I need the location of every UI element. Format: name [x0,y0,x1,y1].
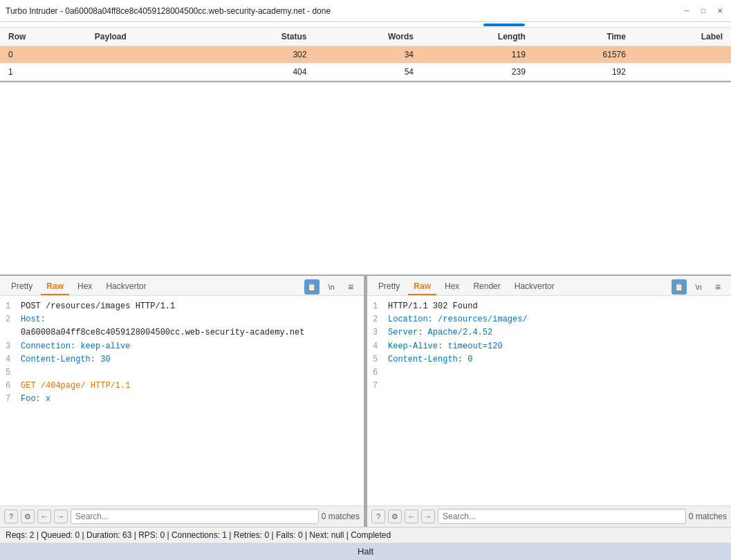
code-line: 0a60008a04ff8ce8c4059128004500cc.web-sec… [6,326,358,339]
minimize-button[interactable]: ─ [681,6,692,17]
right-tab-render[interactable]: Render [468,279,506,295]
line-text: Keep-Alive: timeout=120 [388,340,503,353]
table-header-row: Row Payload Status Words Length Time Lab… [0,28,731,46]
cell-payload [86,64,209,81]
left-search-input[interactable] [71,509,319,524]
right-nl-icon[interactable]: \n [691,279,706,295]
line-number: 3 [373,326,382,339]
left-tab-raw[interactable]: Raw [41,279,69,295]
line-number: 7 [373,380,382,393]
left-tab-pretty[interactable]: Pretty [6,279,38,295]
line-number: 1 [6,300,15,313]
table-row[interactable]: 140454239192 [0,64,731,81]
cell-row: 1 [0,64,86,81]
line-number: 4 [6,353,15,366]
code-line: 6GET /404page/ HTTP/1.1 [6,380,358,393]
left-panel: Pretty Raw Hex Hackvertor 📋 \n ≡ 1POST /… [0,276,364,527]
code-line: 7 [373,380,725,393]
right-panel-tab-actions: 📋 \n ≡ [672,279,725,295]
left-menu-icon[interactable]: ≡ [343,279,358,295]
left-panel-tabs: Pretty Raw Hex Hackvertor 📋 \n ≡ [0,276,364,296]
maximize-button[interactable]: □ [698,6,709,17]
right-search-back[interactable]: ← [405,510,418,523]
halt-button[interactable]: Halt [0,543,731,560]
cell-row: 0 [0,46,86,64]
line-text: POST /resources/images HTTP/1.1 [21,300,175,313]
left-copy-icon[interactable]: 📋 [304,279,320,295]
right-panel-content: 1HTTP/1.1 302 Found2Location: /resources… [367,296,731,505]
cell-time: 61576 [534,46,634,64]
results-spacer [0,82,731,276]
line-number: 6 [6,380,15,393]
cell-status: 404 [209,64,315,81]
code-line: 1HTTP/1.1 302 Found [373,300,725,313]
right-panel-search: ? ⚙ ← → 0 matches [367,505,731,527]
code-line: 2Location: /resources/images/ [373,313,725,326]
cell-words: 34 [315,46,422,64]
right-tab-pretty[interactable]: Pretty [373,279,405,295]
code-line: 4Keep-Alive: timeout=120 [373,340,725,353]
left-nl-icon[interactable]: \n [324,279,339,295]
cell-label [634,46,731,64]
code-line: 5Content-Length: 0 [373,353,725,366]
col-row[interactable]: Row [0,28,86,46]
right-panel: Pretty Raw Hex Render Hackvertor 📋 \n ≡ … [367,276,731,527]
scroll-indicator [0,22,731,28]
status-bar: Reqs: 2 | Queued: 0 | Duration: 63 | RPS… [0,527,731,543]
right-search-input[interactable] [438,509,686,524]
line-number [6,326,15,339]
right-tab-hackvertor[interactable]: Hackvertor [509,279,560,295]
left-search-back[interactable]: ← [37,510,51,523]
line-number: 2 [6,313,15,326]
col-payload[interactable]: Payload [86,28,209,46]
line-text: Content-Length: 30 [21,353,111,366]
right-menu-icon[interactable]: ≡ [710,279,725,295]
table-row[interactable]: 03023411961576 [0,46,731,64]
scroll-bar [483,24,525,26]
code-line: 4Content-Length: 30 [6,353,358,366]
code-line: 3Connection: keep-alive [6,340,358,353]
window-controls: ─ □ ✕ [681,6,725,17]
line-number: 2 [373,313,382,326]
right-tab-raw[interactable]: Raw [408,279,436,295]
left-tab-hackvertor[interactable]: Hackvertor [100,279,151,295]
left-tab-hex[interactable]: Hex [72,279,98,295]
close-button[interactable]: ✕ [714,6,725,17]
col-time[interactable]: Time [534,28,634,46]
line-text: Foo: x [21,393,50,406]
line-text: Server: Apache/2.4.52 [388,326,492,339]
results-area: Row Payload Status Words Length Time Lab… [0,28,731,82]
line-text: 0a60008a04ff8ce8c4059128004500cc.web-sec… [21,326,304,339]
line-text: Location: /resources/images/ [388,313,528,326]
left-search-help[interactable]: ? [4,510,18,523]
status-text: Reqs: 2 | Queued: 0 | Duration: 63 | RPS… [6,530,725,540]
window-title: Turbo Intruder - 0a60008a04ff8ce8c405912… [6,6,331,16]
cell-length: 239 [422,64,534,81]
code-line: 7Foo: x [6,393,358,406]
line-number: 4 [373,340,382,353]
right-search-help[interactable]: ? [371,510,385,523]
code-line: 2Host: [6,313,358,326]
cell-label [634,64,731,81]
code-line: 5 [6,366,358,380]
right-copy-icon[interactable]: 📋 [672,279,687,295]
line-number: 3 [6,340,15,353]
col-label[interactable]: Label [634,28,731,46]
code-line: 1POST /resources/images HTTP/1.1 [6,300,358,313]
right-search-forward[interactable]: → [421,510,435,523]
left-search-settings[interactable]: ⚙ [21,510,35,523]
col-status[interactable]: Status [209,28,315,46]
left-search-forward[interactable]: → [54,510,68,523]
right-tab-hex[interactable]: Hex [439,279,465,295]
line-number: 7 [6,393,15,406]
code-line: 3Server: Apache/2.4.52 [373,326,725,339]
col-words[interactable]: Words [315,28,422,46]
right-search-settings[interactable]: ⚙ [388,510,402,523]
left-matches-label: 0 matches [322,512,360,521]
line-text: Content-Length: 0 [388,353,472,366]
code-line: 6 [373,366,725,380]
col-length[interactable]: Length [422,28,534,46]
bottom-panels: Pretty Raw Hex Hackvertor 📋 \n ≡ 1POST /… [0,276,731,527]
cell-length: 119 [422,46,534,64]
line-number: 1 [373,300,382,313]
